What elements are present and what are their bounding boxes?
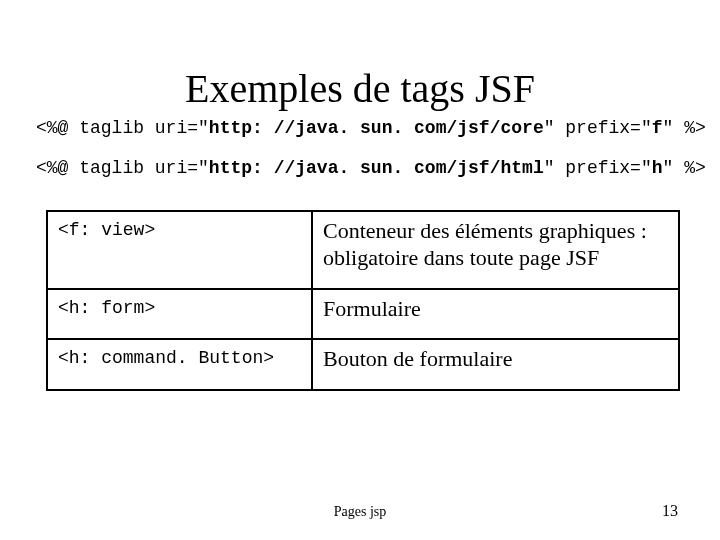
footer-text: Pages jsp bbox=[0, 504, 720, 520]
tag-cell: <h: command. Button> bbox=[47, 339, 312, 390]
taglib-directive-core: <%@ taglib uri="http: //java. sun. com/j… bbox=[36, 118, 706, 138]
tag-cell: <f: view> bbox=[47, 211, 312, 289]
desc-cell: Formulaire bbox=[312, 289, 679, 340]
table-row: <h: form> Formulaire bbox=[47, 289, 679, 340]
code-text: " prefix=" bbox=[544, 118, 652, 138]
table-row: <h: command. Button> Bouton de formulair… bbox=[47, 339, 679, 390]
code-text: " %> bbox=[663, 118, 706, 138]
table-row: <f: view> Conteneur des éléments graphiq… bbox=[47, 211, 679, 289]
code-text: " prefix=" bbox=[544, 158, 652, 178]
code-prefix: h bbox=[652, 158, 663, 178]
desc-cell: Conteneur des éléments graphiques : obli… bbox=[312, 211, 679, 289]
code-text: " %> bbox=[663, 158, 706, 178]
slide-title: Exemples de tags JSF bbox=[0, 65, 720, 112]
code-uri: http: //java. sun. com/jsf/html bbox=[209, 158, 544, 178]
code-text: <%@ taglib uri=" bbox=[36, 158, 209, 178]
code-prefix: f bbox=[652, 118, 663, 138]
page-number: 13 bbox=[662, 502, 678, 520]
code-text: <%@ taglib uri=" bbox=[36, 118, 209, 138]
slide: Exemples de tags JSF <%@ taglib uri="htt… bbox=[0, 0, 720, 540]
code-uri: http: //java. sun. com/jsf/core bbox=[209, 118, 544, 138]
taglib-directive-html: <%@ taglib uri="http: //java. sun. com/j… bbox=[36, 158, 706, 178]
tag-cell: <h: form> bbox=[47, 289, 312, 340]
desc-cell: Bouton de formulaire bbox=[312, 339, 679, 390]
tags-table: <f: view> Conteneur des éléments graphiq… bbox=[46, 210, 680, 391]
